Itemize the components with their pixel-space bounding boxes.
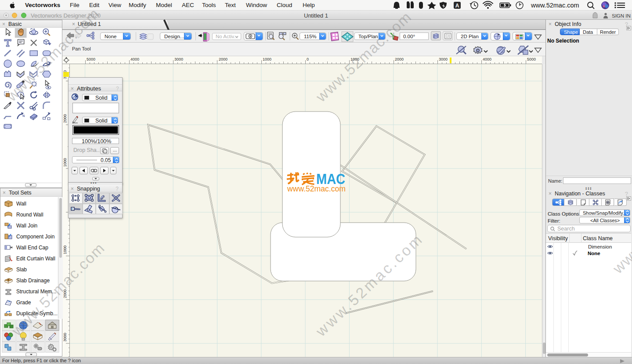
svg-text:1000: 1000 — [63, 245, 67, 254]
svg-text:3000: 3000 — [63, 333, 67, 342]
svg-text:www.52mac.com: www.52mac.com — [287, 184, 346, 193]
svg-text:www.52mac.com: www.52mac.com — [531, 2, 579, 9]
svg-text:2000: 2000 — [63, 114, 67, 123]
svg-text:1000: 1000 — [63, 158, 67, 167]
svg-text:2000: 2000 — [63, 289, 67, 298]
svg-text:SIGN IN: SIGN IN — [612, 13, 631, 18]
svg-text:A: A — [455, 3, 459, 9]
